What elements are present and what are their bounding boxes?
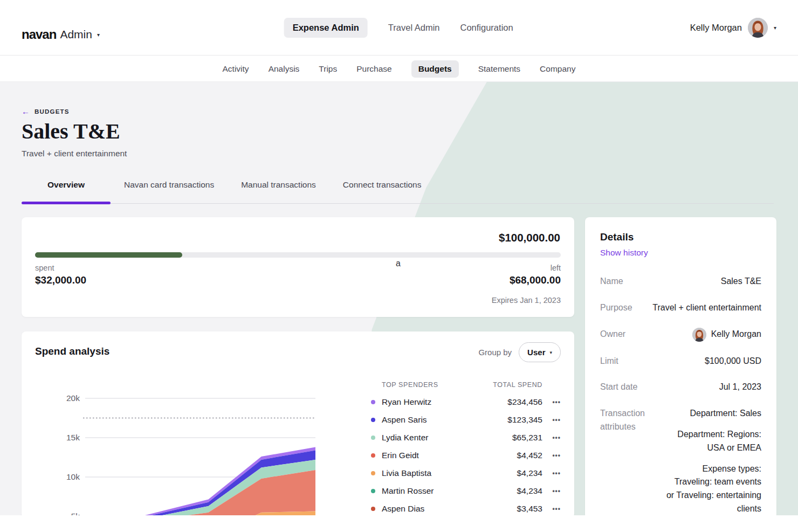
more-options-icon[interactable]: ••• [542, 469, 561, 477]
spent-label: spent [35, 264, 54, 272]
top-bar: navan Admin ▾ Expense AdminTravel AdminC… [0, 0, 798, 56]
group-by-label: Group by [478, 348, 512, 357]
spender-name: Ryan Herwitz [382, 397, 478, 407]
page-subtitle: Travel + client entertainment [22, 149, 127, 158]
details-rows: NameSales T&EPurposeTravel + client ente… [600, 275, 761, 532]
expires-text: Expires Jan 1, 2023 [492, 296, 561, 305]
tabs-divider [22, 203, 774, 204]
detail-attribute-values: Department: SalesDepartment: Regions: US… [666, 407, 761, 532]
group-by-dropdown[interactable]: User ▾ [519, 342, 561, 362]
budget-summary-card: $100,000.00 spent $32,000.00 left $68,00… [22, 217, 574, 317]
top-spenders-table: TOP SPENDERS TOTAL SPEND Ryan Herwitz$23… [371, 377, 561, 517]
spender-color-dot [371, 453, 375, 458]
subnav-budgets[interactable]: Budgets [411, 60, 459, 78]
spender-name: Lydia Kenter [382, 433, 478, 443]
spender-amount: $4,234 [478, 468, 542, 478]
detail-value: Expense types: Traveling: team events or… [666, 462, 761, 516]
back-arrow-icon: ← [22, 107, 30, 116]
details-title: Details [600, 231, 761, 243]
detail-row-owner: Owner Kelly Morgan [600, 328, 761, 342]
navan-logo[interactable]: navan Admin ▾ [22, 27, 100, 42]
spender-name: Livia Baptista [382, 468, 478, 478]
subnav-statements[interactable]: Statements [478, 64, 520, 74]
spender-amount: $123,345 [478, 415, 542, 425]
detail-row-name: NameSales T&E [600, 275, 761, 288]
spender-color-dot [371, 471, 375, 475]
tab-manual-transactions[interactable]: Manual transactions [241, 180, 316, 190]
chevron-down-icon: ▾ [97, 32, 100, 38]
more-options-icon[interactable]: ••• [542, 434, 561, 441]
subnav-company[interactable]: Company [540, 64, 575, 74]
budget-total: $100,000.00 [499, 231, 560, 244]
user-name: Kelly Morgan [690, 23, 742, 33]
top-spender-row: Ryan Herwitz$234,456••• [371, 393, 561, 411]
spender-color-dot [371, 489, 375, 493]
spend-analysis-title: Spend analysis [35, 346, 109, 357]
group-by-value: User [527, 348, 545, 357]
breadcrumb-label: BUDGETS [35, 108, 70, 115]
show-history-link[interactable]: Show history [600, 248, 648, 258]
detail-label: Owner [600, 328, 625, 341]
subnav-purchase[interactable]: Purchase [356, 64, 391, 74]
top-spender-row: Lydia Kenter$65,231••• [371, 429, 561, 446]
detail-value: Sales T&E [721, 275, 761, 288]
more-options-icon[interactable]: ••• [542, 452, 561, 459]
budget-progress-bar [35, 252, 561, 258]
detail-value: Department: Sales [666, 407, 761, 420]
detail-label: Limit [600, 355, 618, 368]
spender-amount: $65,231 [478, 433, 542, 443]
detail-row-start-date: Start dateJul 1, 2023 [600, 381, 761, 394]
primary-nav-configuration[interactable]: Configuration [460, 23, 513, 33]
svg-text:20k: 20k [66, 393, 80, 403]
top-spender-row: Erin Geidt$4,452••• [371, 446, 561, 464]
stray-character: a [396, 259, 401, 268]
owner-avatar [692, 328, 706, 342]
more-options-icon[interactable]: ••• [542, 487, 561, 495]
spender-name: Aspen Saris [382, 415, 478, 425]
spender-amount: $4,452 [478, 451, 542, 460]
column-total-spend: TOTAL SPEND [478, 381, 542, 389]
detail-label: Transaction attributes [600, 407, 659, 434]
content-area: ← BUDGETS Sales T&E Travel + client ente… [0, 82, 798, 532]
active-tab-underline [22, 202, 111, 204]
detail-label: Purpose [600, 301, 632, 315]
primary-nav-travel-admin[interactable]: Travel Admin [388, 23, 440, 33]
spender-amount: $4,234 [478, 486, 542, 496]
more-options-icon[interactable]: ••• [542, 398, 561, 406]
left-label: left [551, 264, 561, 272]
detail-row-transaction-attributes: Transaction attributesDepartment: SalesD… [600, 407, 761, 532]
budget-tabs: OverviewNavan card transactionsManual tr… [22, 180, 421, 190]
page-title: Sales T&E [22, 119, 120, 144]
budget-progress-fill [35, 252, 182, 258]
detail-value: Department: Regions: USA or EMEA [666, 428, 761, 455]
details-card: Details Show history NameSales T&EPurpos… [585, 217, 776, 519]
top-spender-row: Martin Rosser$4,234••• [371, 482, 561, 500]
tab-navan-card-transactions[interactable]: Navan card transactions [124, 180, 214, 190]
owner-value: Kelly Morgan [692, 328, 761, 342]
spender-amount: $3,453 [478, 504, 542, 514]
left-value: $68,000.00 [510, 274, 561, 286]
subnav-trips[interactable]: Trips [319, 64, 337, 74]
breadcrumb-budgets[interactable]: ← BUDGETS [22, 107, 70, 116]
subnav-activity[interactable]: Activity [223, 64, 249, 74]
spend-chart: 20k15k10k5k [44, 380, 325, 518]
admin-subnav: ActivityAnalysisTripsPurchaseBudgetsStat… [0, 56, 798, 82]
spender-color-dot [371, 400, 375, 404]
tab-connect-transactions[interactable]: Connect transactions [343, 180, 422, 190]
tab-overview[interactable]: Overview [22, 180, 111, 190]
spender-color-dot [371, 507, 375, 511]
chevron-down-icon: ▾ [549, 350, 552, 355]
top-spender-row: Livia Baptista$4,234••• [371, 464, 561, 482]
primary-nav-expense-admin[interactable]: Expense Admin [284, 18, 368, 38]
svg-text:15k: 15k [66, 433, 80, 442]
detail-label: Start date [600, 381, 637, 394]
more-options-icon[interactable]: ••• [542, 505, 561, 513]
column-top-spenders: TOP SPENDERS [382, 381, 478, 389]
detail-value: Jul 1, 2023 [719, 381, 761, 394]
top-spenders-header: TOP SPENDERS TOTAL SPEND [371, 377, 561, 393]
primary-nav: Expense AdminTravel AdminConfiguration [284, 0, 513, 56]
subnav-analysis[interactable]: Analysis [269, 64, 300, 74]
more-options-icon[interactable]: ••• [542, 416, 561, 424]
user-menu[interactable]: Kelly Morgan ▾ [690, 0, 776, 56]
top-spenders-rows: Ryan Herwitz$234,456•••Aspen Saris$123,3… [371, 393, 561, 517]
